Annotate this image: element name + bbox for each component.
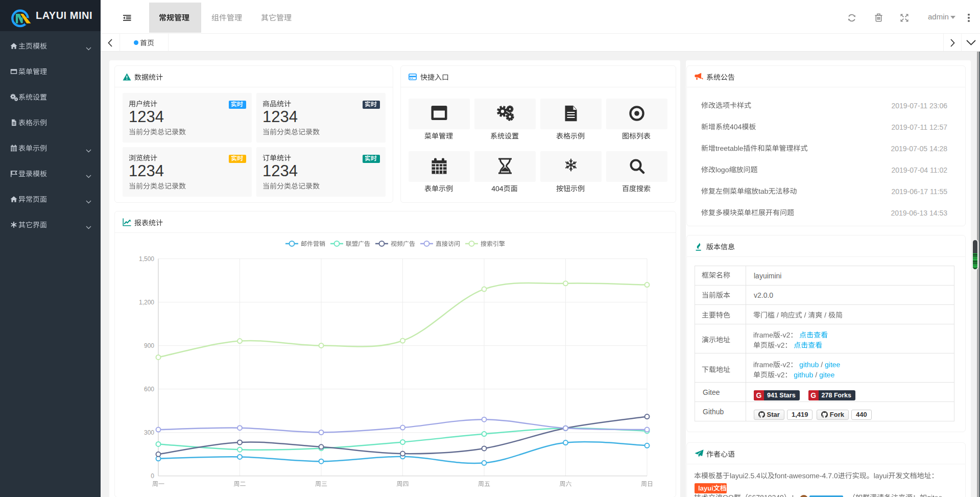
svg-text:1,200: 1,200 (139, 299, 154, 306)
svg-text:300: 300 (144, 429, 154, 436)
svg-text:1,500: 1,500 (139, 255, 154, 263)
svg-text:0: 0 (151, 472, 154, 480)
svg-text:600: 600 (144, 386, 154, 393)
svg-text:900: 900 (144, 342, 154, 349)
